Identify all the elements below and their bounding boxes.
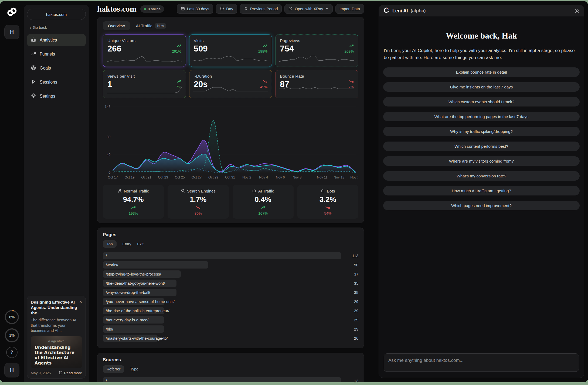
- pages-title: Pages: [103, 232, 358, 238]
- sparkline: [107, 86, 182, 96]
- trend-up-icon: [131, 206, 136, 211]
- page-count: 26: [354, 336, 358, 341]
- promo-thumb-title: Understanding the Architecture of Effect…: [35, 345, 78, 366]
- external-link-icon: [288, 6, 293, 11]
- suggestion-list: Explain bounce rate in detail Give me in…: [383, 67, 580, 216]
- stat-card-duration[interactable]: ~Duration 20s 49%: [189, 70, 272, 98]
- sidebar-item-goals[interactable]: Goals: [27, 62, 86, 74]
- sparkline: [193, 55, 268, 64]
- sources-tab-type[interactable]: Type: [130, 367, 138, 371]
- suggestion-button[interactable]: Which custom events should I track?: [383, 97, 580, 106]
- stat-card-views-per-visit[interactable]: Views per Visit 1 7%: [103, 70, 186, 98]
- svg-text:Nov 8: Nov 8: [293, 175, 301, 179]
- pin-off-icon[interactable]: [575, 8, 580, 13]
- suggestion-button[interactable]: Why is my traffic spiking/dropping?: [383, 127, 580, 136]
- previous-period-button[interactable]: Previous Period: [240, 4, 282, 14]
- suggestion-button[interactable]: What are the top performing pages in the…: [383, 112, 580, 121]
- svg-text:Oct 25: Oct 25: [175, 175, 185, 179]
- domain-selector[interactable]: haktos.com: [27, 9, 86, 20]
- traffic-chart: 14880400Oct 17Oct 19Oct 21Oct 23Oct 25Oc…: [103, 103, 358, 181]
- table-row[interactable]: / 13: [103, 377, 358, 382]
- overview-panel: Overview AI Traffic New Unique Visitors …: [97, 17, 364, 223]
- leni-title: Leni AI: [392, 8, 408, 14]
- sparkline: [279, 55, 354, 64]
- svg-text:Oct 27: Oct 27: [192, 175, 202, 179]
- chevron-left-icon: ‹: [30, 25, 31, 30]
- sidebar-item-analytics[interactable]: Analytics: [27, 34, 86, 46]
- sidebar-item-settings[interactable]: Settings: [27, 90, 86, 102]
- pages-tab-exit[interactable]: Exit: [137, 242, 143, 246]
- stat-card-unique-visitors[interactable]: Unique Visitors 266 291%: [103, 35, 186, 67]
- online-dot-icon: [144, 8, 146, 10]
- svg-text:Oct 23: Oct 23: [158, 175, 168, 179]
- play-icon: [31, 79, 36, 85]
- source-count: 13: [354, 379, 358, 383]
- table-row[interactable]: /works/ 50: [103, 261, 358, 269]
- suggestion-button[interactable]: Explain bounce rate in detail: [383, 67, 580, 77]
- suggestion-button[interactable]: Which pages need improvement?: [383, 201, 580, 210]
- pages-tab-entry[interactable]: Entry: [123, 242, 131, 246]
- page-path: /bio/: [106, 327, 113, 331]
- table-row[interactable]: /you-never-have-a-sense-of-home-until/ 2…: [103, 298, 358, 305]
- chat-input[interactable]: [384, 353, 579, 372]
- sources-title: Sources: [103, 357, 358, 363]
- suggestion-button[interactable]: Give me insights on the last 7 days: [383, 82, 580, 92]
- new-badge: New: [155, 23, 166, 29]
- page-path: /stop-trying-to-love-the-process/: [106, 272, 161, 276]
- page-title: haktos.com: [97, 4, 137, 13]
- svg-text:Nov 6: Nov 6: [276, 175, 285, 179]
- pages-tab-top[interactable]: Top: [103, 240, 117, 248]
- svg-text:148: 148: [105, 105, 110, 109]
- promo-thumbnail[interactable]: Λ agentive Understanding the Architectur…: [31, 336, 82, 368]
- page-path: /the-rise-of-the-holistic-entrepreneur/: [106, 309, 169, 313]
- target-icon: [31, 65, 36, 71]
- table-row[interactable]: /the-ideas-that-got-you-here-wont/ 35: [103, 280, 358, 287]
- page-path: /why-do-we-drop-the-ball/: [106, 290, 150, 295]
- table-row[interactable]: /bio/ 29: [103, 325, 358, 333]
- suggestion-button[interactable]: What's my conversion rate?: [383, 171, 580, 181]
- tab-ai-traffic[interactable]: AI Traffic New: [136, 23, 166, 29]
- trend-down-icon: [263, 80, 267, 84]
- close-icon[interactable]: ×: [79, 300, 82, 316]
- sources-tab-referrer[interactable]: Referrer: [103, 365, 124, 373]
- date-range-button[interactable]: Last 30 days: [177, 4, 213, 14]
- tab-overview[interactable]: Overview: [103, 21, 130, 30]
- granularity-button[interactable]: Day: [216, 4, 237, 14]
- stat-card-bounce-rate[interactable]: Bounce Rate 87 7%: [275, 70, 358, 98]
- open-with-xray-button[interactable]: Open with XRay: [284, 4, 333, 14]
- go-back-link[interactable]: ‹ Go back: [27, 25, 86, 30]
- workspace-button[interactable]: H: [4, 25, 19, 39]
- page-bar: [103, 261, 208, 269]
- table-row[interactable]: /why-do-we-drop-the-ball/ 35: [103, 289, 358, 296]
- table-row[interactable]: /stop-trying-to-love-the-process/ 37: [103, 270, 358, 278]
- suggestion-button[interactable]: Where are my visitors coming from?: [383, 156, 580, 166]
- page-path: /you-never-have-a-sense-of-home-until/: [106, 300, 175, 304]
- help-button[interactable]: ?: [6, 347, 18, 358]
- suggestion-button[interactable]: How much AI traffic am I getting?: [383, 186, 580, 195]
- person-icon: [118, 188, 122, 194]
- table-row[interactable]: /the-rise-of-the-holistic-entrepreneur/ …: [103, 307, 358, 314]
- sidebar-item-funnels[interactable]: Funnels: [27, 48, 86, 60]
- sidebar-item-sessions[interactable]: Sessions: [27, 76, 86, 88]
- page-path: /not-every-day-is-a-race/: [106, 318, 148, 322]
- table-row[interactable]: / 113: [103, 252, 358, 259]
- traffic-card-ai: AI Traffic 0.4% 167%: [233, 185, 294, 219]
- suggestion-button[interactable]: Which content performs best?: [383, 142, 580, 151]
- promo-card: Designing Effective AI Agents: Understan…: [27, 296, 86, 379]
- trend-up-icon: [263, 44, 267, 49]
- trend-up-icon: [261, 206, 265, 211]
- import-data-button[interactable]: Import Data: [335, 4, 364, 14]
- stat-card-visits[interactable]: Visits 509 188%: [189, 35, 272, 67]
- svg-text:Oct 17: Oct 17: [108, 175, 118, 179]
- sources-list: / 13 / 12 /blog/ 6: [103, 377, 358, 382]
- stat-card-pageviews[interactable]: Pageviews 754 209%: [275, 35, 358, 67]
- search-icon: [181, 188, 185, 194]
- svg-text:Oct 29: Oct 29: [208, 175, 218, 179]
- page-count: 50: [354, 263, 358, 267]
- robot-icon: [321, 188, 325, 194]
- table-row[interactable]: /mastery-starts-with-the-courage-to/ 26: [103, 335, 358, 342]
- page-count: 35: [354, 281, 358, 286]
- table-row[interactable]: /not-every-day-is-a-race/ 29: [103, 316, 358, 324]
- read-more-link[interactable]: Read more: [59, 371, 82, 375]
- account-button[interactable]: H: [4, 363, 19, 377]
